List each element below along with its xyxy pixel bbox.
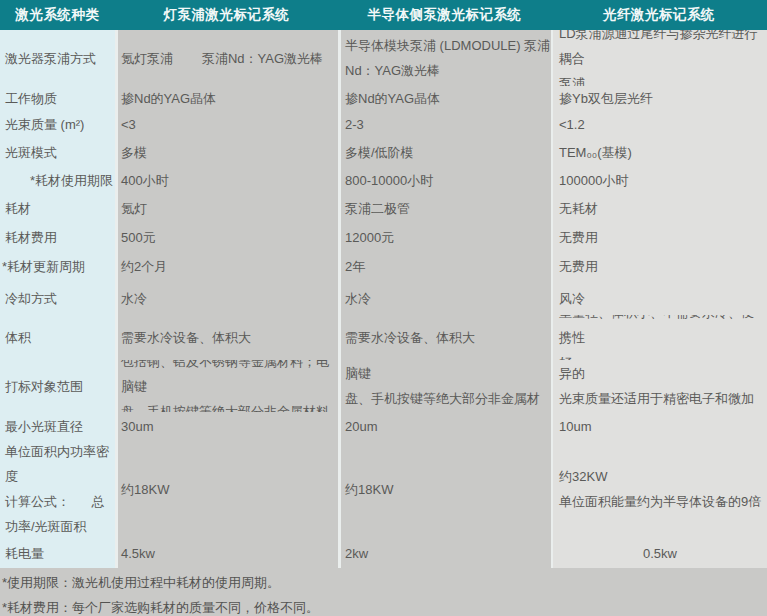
row-label: 最小光斑直径 [0,412,115,440]
table-body: 激光器泵浦方式 氪灯泵浦 泵浦Nd：YAG激光棒 半导体模块泵浦 (LDMODU… [0,30,767,568]
lamp-pumped-value: 包括铜、铝及不锈钢等金属材料；电脑键 盘、手机按键等绝大部分非金属材料 [118,360,338,412]
side-pumped-value: 水冷 [341,281,551,315]
lamp-pumped-value: 30um [118,412,338,440]
side-pumped-value: 2kw [341,538,551,568]
fiber-value: 10um [553,412,767,440]
row-label: *耗材使用期限 [0,166,115,194]
side-pumped-value: 多模/低阶模 [341,138,551,166]
table-row-pump-method: 激光器泵浦方式 氪灯泵浦 泵浦Nd：YAG激光棒 半导体模块泵浦 (LDMODU… [0,30,767,86]
table-row-spot-mode: 光斑模式 多模 多模/低阶模 TEM₀₀(基模) [0,138,767,166]
row-label: 耗材 [0,194,115,223]
lamp-pumped-value: <3 [118,110,338,138]
side-pumped-value: 泵浦二极管 [341,194,551,223]
fiber-value: TEM₀₀(基模) [553,138,767,166]
side-pumped-value: 半导体模块泵浦 (LDMODULE) 泵浦 Nd：YAG激光棒 [341,30,551,86]
lamp-pumped-value: 500元 [118,223,338,252]
laser-systems-comparison-table: 激光系统种类 灯泵浦激光标记系统 半导体侧泵激光标记系统 光纤激光标记系统 激光… [0,0,767,616]
side-pumped-value: 2-3 [341,110,551,138]
fiber-value: 除开侧泵能适合的材料之外，其优异的 光束质量还适用于精密电子和微加工 [553,360,767,412]
lamp-pumped-value: 约18KW [118,440,338,538]
row-label: 激光器泵浦方式 [0,30,115,86]
header-fiber-laser-system: 光纤激光标记系统 [551,0,767,30]
table-header-row: 激光系统种类 灯泵浦激光标记系统 半导体侧泵激光标记系统 光纤激光标记系统 [0,0,767,30]
fiber-value: 约32KW 单位面积能量约为半导体设备的9倍 [553,440,767,538]
side-pumped-value: 12000元 [341,223,551,252]
footnote-usage-period: *使用期限：激光机使用过程中耗材的使用周期。 [2,571,767,596]
table-row-min-spot-diameter: 最小光斑直径 30um 20um 10um [0,412,767,440]
row-label: 光束质量 (m²) [0,110,115,138]
footnote-consumable-cost: *耗材费用：每个厂家选购耗材的质量不同，价格不同。 [2,596,767,616]
fiber-value: 掺Yb双包层光纤 [553,86,767,110]
lamp-pumped-value: 400小时 [118,166,338,194]
row-label: 耗材费用 [0,223,115,252]
side-pumped-value: 掺Nd的YAG晶体 [341,86,551,110]
row-label: 单位面积内功率密度 计算公式： 总 功率/光斑面积 [0,440,115,538]
header-lamp-pumped-system: 灯泵浦激光标记系统 [115,0,338,30]
table-row-volume: 体积 需要水冷设备、体积大 需要水冷设备、体积大 重量轻、体积小、不需要水冷、便… [0,315,767,360]
row-label: *耗材更新周期 [0,252,115,281]
fiber-value: 无费用 [553,252,767,281]
lamp-pumped-value: 多模 [118,138,338,166]
fiber-value: 重量轻、体积小、不需要水冷、便携性 好 [553,315,767,360]
side-pumped-value: 包括铜、铝及不锈钢等金属材料；脑键 盘、手机按键等绝大部分非金属材料 [341,360,551,412]
fiber-value: 无耗材 [553,194,767,223]
fiber-value: LD泵浦源通过尾纤与掺杂光纤进行耦合 泵浦 [553,30,767,86]
table-row-consumable-renewal-cycle: *耗材更新周期 约2个月 2年 无费用 [0,252,767,281]
table-row-marking-target-range: 打标对象范围 包括铜、铝及不锈钢等金属材料；电脑键 盘、手机按键等绝大部分非金属… [0,360,767,412]
table-row-power-density-per-area: 单位面积内功率密度 计算公式： 总 功率/光斑面积 约18KW 约18KW 约3… [0,440,767,538]
table-row-beam-quality: 光束质量 (m²) <3 2-3 <1.2 [0,110,767,138]
row-label: 耗电量 [0,538,115,568]
header-semiconductor-side-pumped-system: 半导体侧泵激光标记系统 [338,0,551,30]
lamp-pumped-value: 水冷 [118,281,338,315]
lamp-pumped-value: 掺Nd的YAG晶体 [118,86,338,110]
side-pumped-value: 800-10000小时 [341,166,551,194]
lamp-pumped-value: 4.5kw [118,538,338,568]
lamp-pumped-value: 约2个月 [118,252,338,281]
row-label: 打标对象范围 [0,360,115,412]
fiber-value: 无费用 [553,223,767,252]
row-label: 冷却方式 [0,281,115,315]
side-pumped-value: 20um [341,412,551,440]
table-row-cooling-method: 冷却方式 水冷 水冷 风冷 [0,281,767,315]
table-row-consumable-lifetime: *耗材使用期限 400小时 800-10000小时 100000小时 [0,166,767,194]
lamp-pumped-value: 氪灯泵浦 泵浦Nd：YAG激光棒 [118,30,338,86]
row-label: 光斑模式 [0,138,115,166]
table-row-working-medium: 工作物质 掺Nd的YAG晶体 掺Nd的YAG晶体 掺Yb双包层光纤 [0,86,767,110]
side-pumped-value: 需要水冷设备、体积大 [341,315,551,360]
fiber-value: 0.5kw [553,538,767,568]
fiber-value: 风冷 [553,281,767,315]
row-label: 体积 [0,315,115,360]
table-row-power-consumption: 耗电量 4.5kw 2kw 0.5kw [0,538,767,568]
header-laser-system-type: 激光系统种类 [0,0,115,30]
lamp-pumped-value: 需要水冷设备、体积大 [118,315,338,360]
table-row-consumable-cost: 耗材费用 500元 12000元 无费用 [0,223,767,252]
side-pumped-value: 约18KW [341,440,551,538]
row-label: 工作物质 [0,86,115,110]
table-footnotes: *使用期限：激光机使用过程中耗材的使用周期。 *耗材费用：每个厂家选购耗材的质量… [0,568,767,616]
side-pumped-value: 2年 [341,252,551,281]
fiber-value: <1.2 [553,110,767,138]
table-row-consumables: 耗材 氪灯 泵浦二极管 无耗材 [0,194,767,223]
fiber-value: 100000小时 [553,166,767,194]
lamp-pumped-value: 氪灯 [118,194,338,223]
